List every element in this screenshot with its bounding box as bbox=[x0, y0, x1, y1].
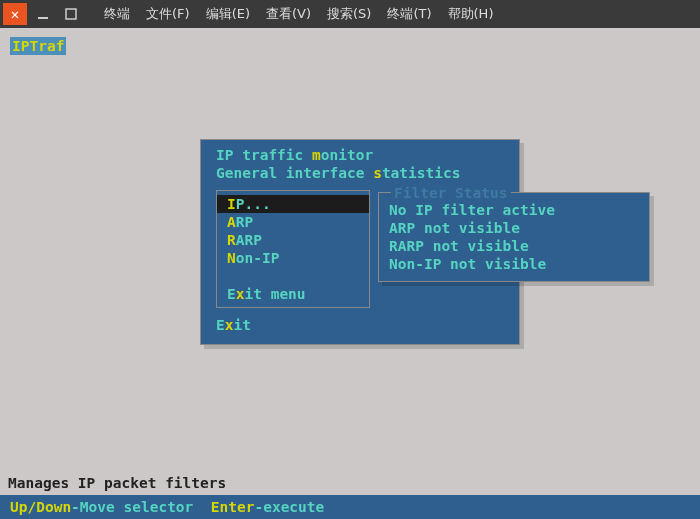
filter-status-title: Filter Status bbox=[391, 184, 511, 202]
submenu-item-ip[interactable]: IP... bbox=[217, 195, 369, 213]
menu-view[interactable]: 查看(V) bbox=[258, 3, 319, 25]
menu-entry-stats[interactable]: General interface statistics bbox=[201, 164, 519, 182]
app-menubar: 终端 文件(F) 编辑(E) 查看(V) 搜索(S) 终端(T) 帮助(H) bbox=[90, 0, 700, 28]
hotkey: I bbox=[227, 196, 236, 212]
filter-status-box: Filter Status No IP filter active ARP no… bbox=[378, 192, 650, 282]
label: General interface bbox=[216, 165, 373, 181]
label: E bbox=[227, 286, 236, 302]
label: ARP bbox=[236, 232, 262, 248]
menu-terminal2[interactable]: 终端(T) bbox=[379, 3, 439, 25]
submenu-item-exit[interactable]: Exit menu bbox=[217, 285, 369, 303]
help-bar: Up/Down-Move selector Enter-execute bbox=[0, 495, 700, 519]
hotkey: A bbox=[227, 214, 236, 230]
hotkey: m bbox=[312, 147, 321, 163]
submenu-item-arp[interactable]: ARP bbox=[217, 213, 369, 231]
label: P... bbox=[236, 196, 271, 212]
help-text: -execute bbox=[254, 499, 324, 515]
hotkey: R bbox=[227, 232, 236, 248]
menu-entry-exit[interactable]: Exit bbox=[201, 308, 519, 334]
hotkey: s bbox=[373, 165, 382, 181]
filter-line-rarp: RARP not visible bbox=[379, 237, 649, 255]
help-key: Enter bbox=[211, 499, 255, 515]
svg-rect-1 bbox=[66, 9, 76, 19]
help-text: -Move selector bbox=[71, 499, 211, 515]
app-title: IPTraf bbox=[10, 37, 66, 55]
menu-help[interactable]: 帮助(H) bbox=[440, 3, 502, 25]
terminal-area: IPTraf IP traffic monitor General interf… bbox=[0, 29, 700, 519]
label: on-IP bbox=[236, 250, 280, 266]
minimize-icon[interactable] bbox=[31, 3, 55, 25]
filter-line-arp: ARP not visible bbox=[379, 219, 649, 237]
menu-terminal[interactable]: 终端 bbox=[96, 3, 138, 25]
menu-search[interactable]: 搜索(S) bbox=[319, 3, 379, 25]
filters-submenu: IP... ARP RARP Non-IP Exit menu bbox=[216, 190, 370, 308]
submenu-item-rarp[interactable]: RARP bbox=[217, 231, 369, 249]
menu-file[interactable]: 文件(F) bbox=[138, 3, 198, 25]
label: it bbox=[233, 317, 250, 333]
status-bar: Manages IP packet filters bbox=[8, 474, 692, 492]
help-key: Up/Down bbox=[10, 499, 71, 515]
svg-rect-0 bbox=[38, 17, 48, 19]
menu-edit[interactable]: 编辑(E) bbox=[198, 3, 258, 25]
close-icon[interactable]: ✕ bbox=[3, 3, 27, 25]
label: it menu bbox=[244, 286, 305, 302]
menu-entry-monitor[interactable]: IP traffic monitor bbox=[201, 146, 519, 164]
hotkey: N bbox=[227, 250, 236, 266]
label: tatistics bbox=[382, 165, 461, 181]
maximize-icon[interactable] bbox=[59, 3, 83, 25]
spacer bbox=[217, 267, 369, 285]
filter-line-nonip: Non-IP not visible bbox=[379, 255, 649, 273]
submenu-item-nonip[interactable]: Non-IP bbox=[217, 249, 369, 267]
filter-line-ip: No IP filter active bbox=[379, 201, 649, 219]
label: RP bbox=[236, 214, 253, 230]
label: E bbox=[216, 317, 225, 333]
label: onitor bbox=[321, 147, 373, 163]
label: IP traffic bbox=[216, 147, 312, 163]
